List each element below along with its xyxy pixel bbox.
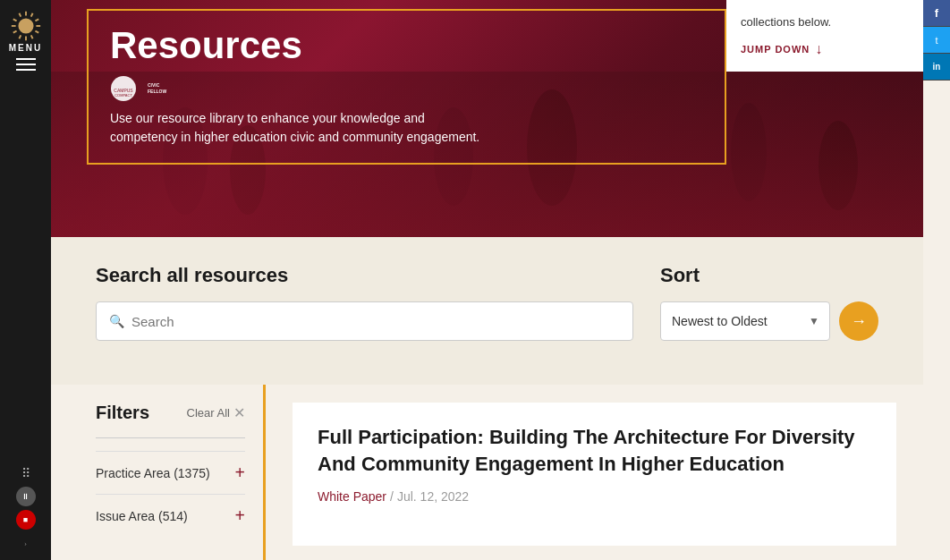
left-nav: MENU ↑ ⠿ ⏸ ■ › bbox=[0, 0, 51, 560]
media-controls: ⠿ ⏸ ■ › bbox=[0, 456, 51, 560]
jump-label: JUMP DOWN bbox=[741, 44, 810, 55]
result-separator: / bbox=[390, 489, 394, 504]
expand-issue-area-icon: + bbox=[235, 505, 245, 526]
result-title: Full Participation: Building The Archite… bbox=[318, 424, 871, 477]
filters-title: Filters bbox=[96, 403, 149, 423]
pause-button[interactable]: ⏸ bbox=[16, 487, 36, 506]
down-arrow-icon: ↓ bbox=[815, 41, 823, 57]
svg-text:FELLOW: FELLOW bbox=[148, 89, 166, 94]
linkedin-link[interactable]: in bbox=[923, 54, 950, 81]
filter-practice-area-label: Practice Area (1375) bbox=[96, 466, 210, 480]
social-sidebar: f t in bbox=[923, 0, 950, 81]
svg-line-8 bbox=[13, 31, 16, 33]
result-meta: White Paper / Jul. 12, 2022 bbox=[318, 489, 871, 504]
hero-subtitle: Use our resource library to enhance your… bbox=[110, 109, 703, 147]
campus-compact-logo: CAMPUS COMPACT CIVIC FELLOW bbox=[110, 75, 173, 102]
sort-select-wrapper: Newest to Oldest Oldest to Newest A to Z… bbox=[660, 301, 830, 341]
expand-practice-area-icon: + bbox=[235, 462, 245, 483]
result-type[interactable]: White Paper bbox=[318, 489, 386, 504]
hero-content-box: Resources CAMPUS COMPACT CIVIC FELLOW Us… bbox=[87, 9, 726, 165]
grid-icon[interactable]: ⠿ bbox=[16, 463, 36, 483]
stop-button[interactable]: ■ bbox=[16, 510, 36, 530]
svg-point-12 bbox=[18, 18, 33, 33]
svg-line-10 bbox=[13, 19, 16, 21]
filter-issue-area-label: Issue Area (514) bbox=[96, 509, 188, 523]
filter-issue-area[interactable]: Issue Area (514) + bbox=[96, 494, 245, 537]
sort-label: Sort bbox=[660, 264, 700, 287]
bottom-area: Filters Clear All ✕ Practice Area (1375)… bbox=[51, 385, 923, 560]
filters-header: Filters Clear All ✕ bbox=[96, 403, 245, 423]
results-panel: Full Participation: Building The Archite… bbox=[266, 385, 923, 560]
jump-down-link[interactable]: JUMP DOWN ↓ bbox=[741, 41, 909, 57]
logo-icon[interactable] bbox=[9, 9, 43, 43]
twitter-link[interactable]: t bbox=[923, 27, 950, 54]
result-card: Full Participation: Building The Archite… bbox=[293, 403, 896, 546]
hero-title: Resources bbox=[110, 27, 703, 64]
hamburger-icon[interactable] bbox=[16, 58, 36, 71]
search-input[interactable] bbox=[131, 314, 620, 329]
search-box: 🔍 bbox=[96, 301, 633, 341]
svg-text:COMPACT: COMPACT bbox=[115, 93, 132, 98]
search-section-label: Search all resources bbox=[96, 264, 633, 287]
next-button[interactable]: › bbox=[16, 533, 36, 553]
info-box-text: collections below. bbox=[741, 14, 909, 30]
svg-text:CIVIC: CIVIC bbox=[148, 82, 160, 88]
search-submit-button[interactable]: → bbox=[839, 301, 878, 341]
hero-section: Resources CAMPUS COMPACT CIVIC FELLOW Us… bbox=[51, 0, 923, 237]
result-date: Jul. 12, 2022 bbox=[397, 489, 469, 504]
clear-all-button[interactable]: Clear All ✕ bbox=[187, 404, 245, 421]
sort-container: Sort Newest to Oldest Oldest to Newest A… bbox=[660, 264, 878, 341]
svg-line-5 bbox=[30, 35, 32, 38]
info-box: collections below. JUMP DOWN ↓ bbox=[726, 0, 923, 72]
facebook-link[interactable]: f bbox=[923, 0, 950, 27]
svg-line-7 bbox=[19, 35, 21, 38]
facebook-icon: f bbox=[935, 6, 938, 20]
svg-line-2 bbox=[35, 19, 38, 21]
linkedin-icon: in bbox=[933, 62, 941, 72]
sort-select[interactable]: Newest to Oldest Oldest to Newest A to Z… bbox=[660, 301, 830, 341]
search-section: Search all resources 🔍 Sort Newest to Ol… bbox=[51, 237, 923, 385]
svg-line-4 bbox=[35, 31, 38, 33]
filters-panel: Filters Clear All ✕ Practice Area (1375)… bbox=[51, 385, 266, 560]
close-icon: ✕ bbox=[233, 404, 245, 421]
svg-line-11 bbox=[19, 13, 21, 17]
svg-line-1 bbox=[30, 13, 32, 17]
search-icon: 🔍 bbox=[109, 314, 124, 329]
filter-practice-area[interactable]: Practice Area (1375) + bbox=[96, 451, 245, 494]
arrow-right-icon: → bbox=[851, 312, 867, 331]
twitter-icon: t bbox=[935, 35, 937, 46]
menu-label[interactable]: MENU bbox=[9, 43, 42, 53]
